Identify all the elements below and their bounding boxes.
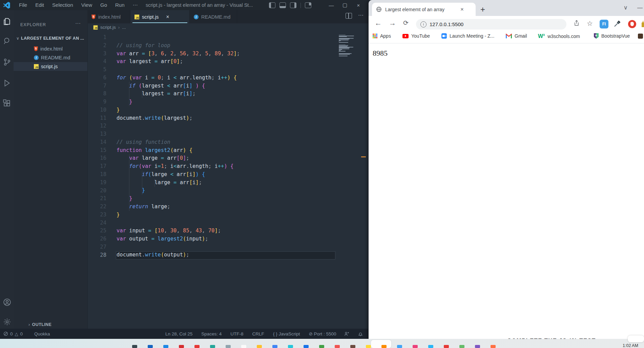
adblock-extension-icon[interactable] — [628, 20, 636, 28]
taskbar-app-icon[interactable] — [194, 345, 200, 348]
taskbar-app-icon[interactable] — [459, 345, 464, 348]
address-bar[interactable]: i 127.0.0.1:5500 — [416, 19, 566, 30]
code-line-16: var large = arr[0]; — [117, 154, 240, 162]
taskbar-app-icon[interactable] — [366, 345, 371, 348]
taskbar-app-icon[interactable] — [132, 345, 137, 348]
source-control-icon[interactable] — [3, 58, 12, 66]
menu-edit[interactable]: Edit — [32, 2, 47, 8]
taskbar-app-icon[interactable] — [304, 345, 309, 348]
taskbar-app-icon[interactable] — [335, 345, 340, 348]
menu-selection[interactable]: Selection — [49, 2, 77, 8]
taskbar-app-icon[interactable] — [475, 345, 480, 348]
taskbar-app-icon[interactable] — [350, 345, 355, 348]
tab-close-icon[interactable]: × — [166, 14, 169, 20]
windows-taskbar[interactable]: 1:02 AM — [0, 339, 644, 348]
back-button[interactable]: ← — [375, 19, 382, 27]
taskbar-app-icon[interactable] — [179, 345, 184, 348]
browser-minimize-button[interactable]: — — [637, 5, 643, 11]
taskbar-app-icon[interactable] — [272, 345, 277, 348]
run-debug-icon[interactable] — [3, 79, 12, 88]
status-item[interactable]: Spaces: 4 — [201, 331, 222, 336]
toggle-panel-icon[interactable] — [279, 2, 286, 8]
editor-more-actions-icon[interactable]: ⋯ — [358, 13, 363, 19]
taskbar-app-icon[interactable] — [148, 345, 153, 348]
tab-close-icon[interactable]: × — [460, 6, 464, 13]
status-item[interactable]: Ln 28, Col 25 — [165, 331, 192, 336]
taskbar-app-icon[interactable] — [288, 345, 293, 348]
tab-search-chevron-icon[interactable]: ∨ — [624, 4, 628, 11]
taskbar-app-icon[interactable] — [257, 345, 262, 348]
eyedropper-extension-icon[interactable] — [613, 20, 621, 28]
taskbar-app-icon[interactable] — [381, 345, 387, 348]
errors-count[interactable]: 0 — [10, 331, 13, 336]
bookmark-t[interactable]: t — [638, 33, 644, 39]
toggle-sidebar-icon[interactable] — [269, 2, 275, 8]
explorer-icon[interactable] — [3, 17, 12, 26]
close-button[interactable]: × — [353, 2, 363, 8]
fonts-extension-icon[interactable]: FI — [600, 20, 608, 28]
search-icon[interactable] — [3, 37, 12, 45]
menu-[interactable]: ⋯ — [129, 2, 141, 8]
folder-header[interactable]: ∨LARGEST ELEMENT OF AN ... — [16, 36, 84, 41]
taskbar-app-icon[interactable] — [319, 345, 324, 348]
taskbar-app-icon[interactable] — [397, 345, 402, 348]
taskbar-widget[interactable] — [371, 340, 391, 348]
browser-tab[interactable]: Largest elememt of an array × — [372, 3, 476, 16]
code-editor[interactable]: // using for loopvar arr = [3, 6, 2, 56,… — [117, 34, 240, 259]
editor-tab-README.md[interactable]: iREADME.md — [190, 10, 237, 23]
breadcrumb[interactable]: JS script.js › ... — [93, 25, 126, 30]
notifications-bell-icon[interactable] — [358, 331, 363, 336]
bookmark-star-icon[interactable]: ☆ — [587, 19, 593, 27]
bookmark-w3schoolscom[interactable]: W3w3schools.com — [538, 33, 580, 39]
sidebar-file-index.html[interactable]: 5index.html — [14, 44, 87, 53]
quokka-status[interactable]: Quokka — [34, 331, 50, 336]
taskbar-app-icon[interactable] — [413, 345, 418, 348]
taskbar-app-icon[interactable] — [444, 345, 449, 348]
minimize-button[interactable]: — — [326, 2, 336, 8]
menu-run[interactable]: Run — [112, 2, 128, 8]
status-item[interactable]: CRLF — [252, 331, 264, 336]
taskbar-app-icon[interactable] — [210, 345, 215, 348]
feedback-person-icon[interactable] — [344, 331, 349, 336]
bookmark-apps[interactable]: Apps — [373, 33, 391, 39]
split-editor-icon[interactable] — [346, 13, 352, 19]
bookmark-gmail[interactable]: Gmail — [506, 33, 527, 39]
explorer-more-actions[interactable]: ··· — [75, 20, 81, 26]
forward-button[interactable]: → — [389, 19, 396, 27]
settings-gear-icon[interactable] — [3, 317, 12, 326]
status-item[interactable]: ⊘ Port : 5500 — [309, 331, 336, 336]
minimap[interactable] — [339, 34, 356, 57]
reload-button[interactable]: ⟳ — [403, 19, 409, 27]
outline-section[interactable]: ›OUTLINE — [28, 322, 51, 327]
bookmark-bootstrapvue[interactable]: BBootstrapVue — [594, 33, 630, 39]
sidebar-file-README.md[interactable]: iREADME.md — [14, 53, 87, 62]
js-file-icon: JS — [34, 64, 39, 69]
editor-tab-script.js[interactable]: JSscript.js× — [130, 10, 190, 23]
warnings-count[interactable]: 0 — [20, 331, 23, 336]
customize-layout-icon[interactable] — [305, 2, 311, 8]
menu-file[interactable]: File — [16, 2, 30, 8]
menu-go[interactable]: Go — [97, 2, 110, 8]
status-item[interactable]: { } JavaScript — [273, 331, 300, 336]
sidebar-file-script.js[interactable]: JSscript.js — [14, 62, 87, 71]
menu-view[interactable]: View — [78, 2, 96, 8]
extensions-icon[interactable] — [3, 99, 12, 108]
new-tab-button[interactable]: + — [480, 5, 485, 14]
maximize-button[interactable]: ▢ — [340, 2, 350, 8]
bookmark-launchmeetingz[interactable]: Launch Meeting - Z... — [441, 33, 494, 39]
taskbar-app-icon[interactable] — [226, 345, 231, 348]
site-info-icon[interactable]: i — [420, 21, 427, 27]
status-item[interactable]: UTF-8 — [230, 331, 243, 336]
account-icon[interactable] — [3, 298, 12, 307]
taskbar-app-icon[interactable] — [163, 345, 168, 348]
editor-tab-index.html[interactable]: 5index.html — [87, 10, 130, 23]
url-text[interactable]: 127.0.0.1:5500 — [430, 21, 463, 27]
toggle-secondary-sidebar-icon[interactable] — [290, 2, 296, 8]
taskbar-app-icon[interactable] — [241, 345, 246, 348]
taskbar-app-icon[interactable] — [428, 345, 433, 348]
bookmark-youtube[interactable]: YouTube — [402, 33, 430, 39]
file-label: index.html — [40, 46, 63, 52]
taskbar-app-icon[interactable] — [491, 345, 496, 348]
partial-extension-icon[interactable] — [642, 20, 644, 27]
share-icon[interactable] — [573, 20, 580, 26]
